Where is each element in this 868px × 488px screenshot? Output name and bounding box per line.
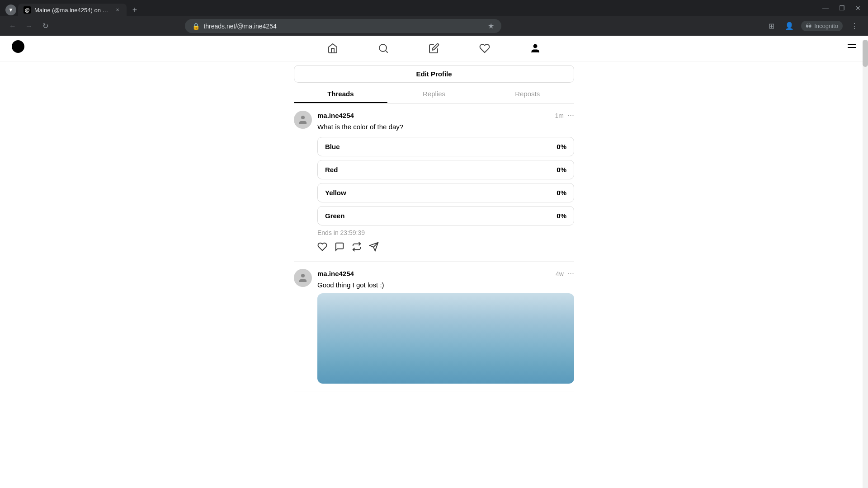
post-user-row-1: ma.ine4254 1m ···	[317, 111, 574, 120]
threads-logo[interactable]	[11, 39, 25, 57]
home-nav-icon[interactable]	[326, 41, 340, 56]
tab-replies[interactable]: Replies	[387, 84, 481, 103]
svg-point-5	[301, 116, 305, 119]
poll-option-red[interactable]: Red 0%	[317, 160, 574, 179]
browser-menu-button[interactable]: ⋮	[848, 20, 861, 33]
maximize-button[interactable]: ❐	[837, 4, 846, 13]
browser-actions: ⊞ 👤 🕶 Incognito ⋮	[765, 20, 861, 33]
tab-reposts[interactable]: Reposts	[481, 84, 574, 103]
incognito-badge[interactable]: 🕶 Incognito	[801, 21, 843, 31]
nav-icons	[326, 41, 542, 56]
post-header-1: ma.ine4254 1m ··· What is the color of t…	[294, 111, 574, 131]
poll-label-green: Green	[325, 212, 344, 220]
extensions-button[interactable]: ⊞	[765, 20, 778, 33]
close-button[interactable]: ✕	[854, 4, 863, 13]
share-button-1[interactable]	[369, 242, 379, 254]
url-text: threads.net/@ma.ine4254	[203, 23, 484, 30]
poll-option-green[interactable]: Green 0%	[317, 206, 574, 225]
post-more-button-2[interactable]: ···	[567, 269, 574, 278]
comment-button-1[interactable]	[335, 242, 344, 254]
browser-chrome: ▼ @ Maine (@ma.ine4254) on Thre... × + —…	[0, 0, 868, 36]
main-content: Edit Profile Threads Replies Reposts ma.…	[294, 61, 574, 391]
post-username-2[interactable]: ma.ine4254	[317, 270, 354, 277]
window-controls: — ❐ ✕	[821, 4, 863, 16]
profile-nav-icon[interactable]	[528, 41, 542, 56]
avatar-2[interactable]	[294, 269, 312, 287]
post-image-2	[317, 293, 574, 384]
back-button[interactable]: ←	[7, 21, 18, 32]
page-content: Edit Profile Threads Replies Reposts ma.…	[0, 36, 868, 484]
post-time-2: 4w	[556, 270, 564, 277]
post-actions-1	[317, 242, 574, 254]
top-nav	[0, 36, 868, 61]
incognito-label: Incognito	[814, 23, 838, 29]
post-meta-1: ma.ine4254 1m ··· What is the color of t…	[317, 111, 574, 131]
post-more-button-1[interactable]: ···	[567, 111, 574, 120]
post-text-2: Good thing I got lost :)	[317, 280, 574, 290]
forward-button[interactable]: →	[24, 21, 34, 32]
tab-group-indicator[interactable]: ▼	[5, 5, 16, 15]
tabs-container: Threads Replies Reposts	[294, 84, 574, 103]
edit-profile-button[interactable]: Edit Profile	[294, 65, 574, 83]
poll-pct-green: 0%	[557, 212, 566, 220]
thread-post-1: ma.ine4254 1m ··· What is the color of t…	[294, 103, 574, 262]
bookmark-icon[interactable]: ★	[488, 22, 494, 30]
poll-label-blue: Blue	[325, 143, 340, 150]
svg-line-1	[386, 51, 387, 52]
tab-bar: ▼ @ Maine (@ma.ine4254) on Thre... × + —…	[0, 0, 868, 16]
post-time-menu-2: 4w ···	[556, 269, 574, 278]
like-button-1[interactable]	[317, 242, 327, 254]
active-tab[interactable]: @ Maine (@ma.ine4254) on Thre... ×	[18, 4, 127, 16]
activity-nav-icon[interactable]	[477, 41, 492, 56]
poll-label-yellow: Yellow	[325, 189, 346, 197]
post-user-row-2: ma.ine4254 4w ···	[317, 269, 574, 278]
url-bar[interactable]: 🔒 threads.net/@ma.ine4254 ★	[185, 19, 501, 33]
poll-option-blue[interactable]: Blue 0%	[317, 137, 574, 156]
scrollbar-track[interactable]	[863, 40, 868, 488]
post-header-2: ma.ine4254 4w ··· Good thing I got lost …	[294, 269, 574, 290]
poll-pct-yellow: 0%	[557, 189, 566, 197]
tab-close-button[interactable]: ×	[114, 6, 121, 14]
search-nav-icon[interactable]	[376, 41, 391, 56]
minimize-button[interactable]: —	[821, 4, 830, 13]
tab-title: Maine (@ma.ine4254) on Thre...	[34, 7, 110, 14]
post-meta-2: ma.ine4254 4w ··· Good thing I got lost …	[317, 269, 574, 290]
avatar-1[interactable]	[294, 111, 312, 129]
poll-timer: Ends in 23:59:39	[317, 229, 574, 236]
incognito-icon: 🕶	[806, 23, 811, 29]
post-time-1: 1m	[555, 112, 564, 119]
lock-icon: 🔒	[192, 23, 200, 30]
thread-post-2: ma.ine4254 4w ··· Good thing I got lost …	[294, 262, 574, 391]
poll-option-yellow[interactable]: Yellow 0%	[317, 183, 574, 202]
tab-threads[interactable]: Threads	[294, 84, 387, 103]
new-tab-button[interactable]: +	[128, 4, 141, 16]
profile-button[interactable]: 👤	[783, 20, 796, 33]
poll-container: Blue 0% Red 0% Yellow 0% Green 0%	[317, 137, 574, 225]
poll-pct-red: 0%	[557, 166, 566, 174]
scrollbar-thumb[interactable]	[863, 40, 868, 67]
post-text-1: What is the color of the day?	[317, 122, 574, 131]
post-time-menu-1: 1m ···	[555, 111, 574, 120]
menu-icon[interactable]	[846, 42, 857, 55]
svg-point-8	[301, 274, 305, 277]
refresh-button[interactable]: ↻	[40, 21, 51, 32]
compose-nav-icon[interactable]	[427, 41, 441, 56]
post-username-1[interactable]: ma.ine4254	[317, 112, 354, 119]
repost-button-1[interactable]	[352, 242, 362, 254]
svg-point-2	[533, 44, 537, 48]
poll-label-red: Red	[325, 166, 338, 174]
address-bar: ← → ↻ 🔒 threads.net/@ma.ine4254 ★ ⊞ 👤 🕶 …	[0, 16, 868, 36]
tab-favicon: @	[24, 6, 31, 14]
poll-pct-blue: 0%	[557, 143, 566, 150]
